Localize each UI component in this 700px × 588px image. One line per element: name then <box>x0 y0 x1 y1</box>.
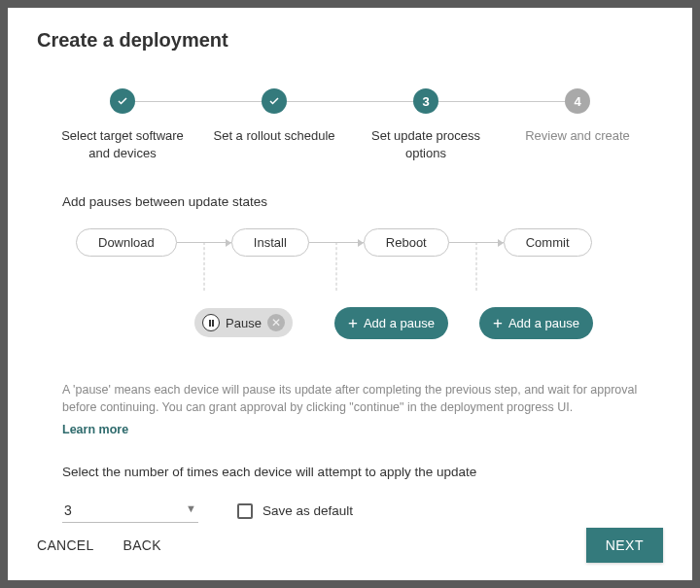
step-4: 4 Review and create <box>502 88 653 145</box>
pauses-heading: Add pauses between update states <box>62 194 663 209</box>
plus-icon: + <box>493 315 503 331</box>
checkbox-icon <box>237 503 253 519</box>
step-connector <box>122 101 274 102</box>
plus-icon: + <box>348 315 358 331</box>
step-connector <box>426 101 578 102</box>
stepper: Select target software and devices Set a… <box>37 88 663 161</box>
state-download: Download <box>76 228 177 257</box>
pause-chip[interactable]: Pause ✕ <box>194 308 293 337</box>
add-pause-label: Add a pause <box>364 316 435 330</box>
states-row: Download Install Reboot Commit <box>76 228 663 257</box>
close-icon[interactable]: ✕ <box>267 314 285 331</box>
state-commit: Commit <box>504 228 592 257</box>
pauses-help-text: A 'pause' means each device will pause i… <box>62 381 638 416</box>
step-number-icon: 3 <box>413 88 438 114</box>
page-title: Create a deployment <box>37 29 663 52</box>
back-button[interactable]: BACK <box>123 537 161 553</box>
retries-controls: 3 ▼ Save as default <box>62 499 663 523</box>
retries-select[interactable]: 3 ▼ <box>62 499 198 523</box>
step-2: Set a rollout schedule <box>198 88 350 145</box>
check-icon <box>262 88 287 114</box>
deployment-modal: Create a deployment Select target softwa… <box>8 8 692 580</box>
chevron-down-icon: ▼ <box>186 502 196 518</box>
save-default-label: Save as default <box>262 503 353 518</box>
pause-chip-label: Pause <box>226 316 262 330</box>
retries-value: 3 <box>64 502 72 518</box>
next-button[interactable]: NEXT <box>586 528 663 563</box>
add-pause-label: Add a pause <box>508 316 579 330</box>
save-default-checkbox[interactable]: Save as default <box>237 503 353 519</box>
step-label: Select target software and devices <box>47 127 198 161</box>
step-number-icon: 4 <box>565 88 590 114</box>
state-arrow <box>177 242 231 243</box>
state-install: Install <box>231 228 309 257</box>
add-pause-button[interactable]: + Add a pause <box>334 307 448 339</box>
cancel-button[interactable]: CANCEL <box>37 537 94 553</box>
step-connector <box>274 101 426 102</box>
check-icon <box>110 88 135 114</box>
modal-footer: CANCEL BACK NEXT <box>37 528 663 563</box>
add-pause-button[interactable]: + Add a pause <box>479 307 593 339</box>
retries-heading: Select the number of times each device w… <box>62 465 663 479</box>
state-arrow <box>449 242 504 243</box>
state-reboot: Reboot <box>364 228 449 257</box>
step-label: Review and create <box>521 127 634 145</box>
step-1: Select target software and devices <box>47 88 198 161</box>
step-3: 3 Set update process options <box>350 88 502 161</box>
learn-more-link[interactable]: Learn more <box>62 423 128 436</box>
state-arrow <box>309 242 364 243</box>
step-label: Set a rollout schedule <box>209 127 338 145</box>
pause-icon <box>202 314 220 331</box>
pause-controls-row: Pause ✕ + Add a pause + Add a pause <box>76 305 663 340</box>
step-label: Set update process options <box>350 127 502 161</box>
